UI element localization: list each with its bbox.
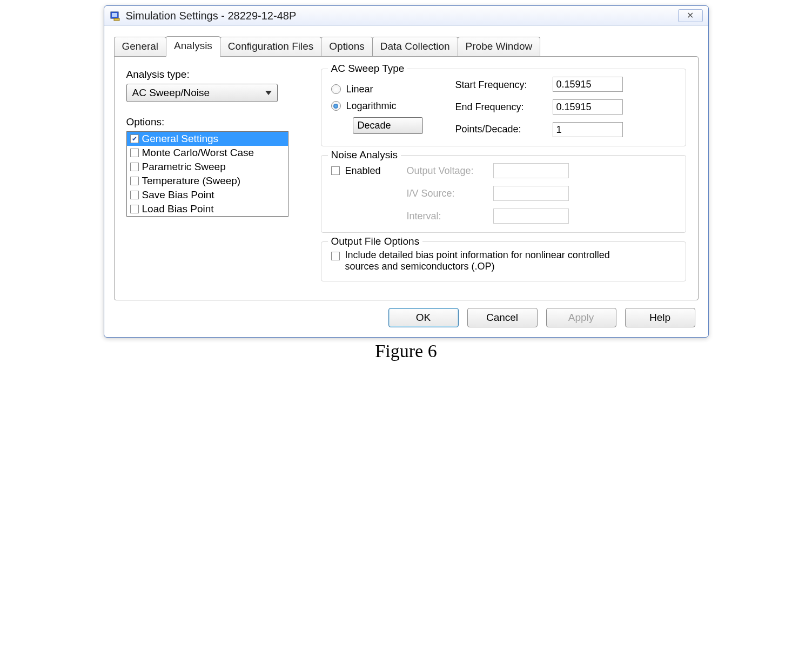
bias-label: Include detailed bias point information … — [345, 250, 626, 272]
analysis-type-combo[interactable]: AC Sweep/Noise — [126, 84, 278, 102]
option-monte-carlo[interactable]: Monte Carlo/Worst Case — [127, 146, 288, 160]
figure-caption: Figure 6 — [0, 341, 812, 361]
options-label: Options: — [126, 116, 305, 128]
option-general-settings[interactable]: ✔ General Settings — [127, 132, 288, 146]
bias-checkbox[interactable] — [331, 252, 340, 260]
checkbox-icon[interactable] — [130, 191, 139, 199]
interval-label: Interval: — [407, 211, 493, 222]
chevron-down-icon — [265, 91, 272, 95]
output-voltage-label: Output Voltage: — [407, 165, 493, 177]
options-listbox[interactable]: ✔ General Settings Monte Carlo/Worst Cas… — [126, 131, 288, 217]
tab-configuration-files[interactable]: Configuration Files — [220, 37, 321, 57]
client-area: General Analysis Configuration Files Opt… — [104, 26, 708, 337]
apply-button: Apply — [546, 308, 616, 327]
analysis-type-label: Analysis type: — [126, 69, 305, 80]
option-parametric-sweep[interactable]: Parametric Sweep — [127, 160, 288, 174]
dialog-buttons: OK Cancel Apply Help — [114, 300, 699, 330]
points-input[interactable] — [553, 122, 623, 137]
checkbox-icon[interactable] — [130, 163, 139, 171]
ac-sweep-group: AC Sweep Type Linear Logarithmic — [321, 69, 686, 146]
analysis-type-value: AC Sweep/Noise — [132, 87, 210, 99]
svg-rect-1 — [112, 13, 117, 17]
interval-input — [493, 209, 569, 224]
checkbox-icon[interactable] — [331, 166, 340, 175]
close-button[interactable]: ✕ — [678, 9, 703, 22]
window-title: Simulation Settings - 28229-12-48P — [126, 10, 678, 22]
tab-panel-analysis: Analysis type: AC Sweep/Noise Options: ✔… — [114, 56, 699, 300]
checkbox-icon[interactable] — [130, 205, 139, 213]
option-save-bias-point[interactable]: Save Bias Point — [127, 188, 288, 202]
tab-analysis[interactable]: Analysis — [166, 36, 220, 57]
checkbox-icon[interactable]: ✔ — [130, 135, 139, 143]
end-freq-label: End Frequency: — [455, 102, 553, 113]
help-button[interactable]: Help — [625, 308, 695, 327]
checkbox-icon[interactable] — [130, 149, 139, 157]
noise-enabled-checkbox[interactable]: Enabled — [331, 165, 407, 177]
start-freq-label: Start Frequency: — [455, 79, 553, 91]
output-file-options-group: Output File Options Include detailed bia… — [321, 241, 686, 281]
option-load-bias-point[interactable]: Load Bias Point — [127, 202, 288, 216]
iv-source-label: I/V Source: — [407, 188, 493, 199]
simulation-settings-dialog: Simulation Settings - 28229-12-48P ✕ Gen… — [104, 5, 709, 338]
noise-analysis-group: Noise Analysis Enabled Output Voltage: I… — [321, 155, 686, 233]
end-freq-input[interactable] — [553, 99, 623, 115]
radio-linear[interactable]: Linear — [331, 84, 455, 95]
outfile-legend: Output File Options — [328, 236, 423, 247]
titlebar: Simulation Settings - 28229-12-48P ✕ — [104, 6, 708, 26]
output-voltage-input — [493, 163, 569, 178]
checkbox-icon[interactable] — [130, 177, 139, 185]
radio-icon — [331, 101, 341, 111]
ok-button[interactable]: OK — [388, 308, 459, 327]
svg-rect-2 — [114, 18, 119, 21]
radio-logarithmic[interactable]: Logarithmic — [331, 100, 455, 112]
start-freq-input[interactable] — [553, 77, 623, 92]
noise-legend: Noise Analysis — [328, 149, 401, 161]
points-label: Points/Decade: — [455, 124, 553, 135]
iv-source-input — [493, 186, 569, 201]
radio-icon — [331, 84, 341, 94]
ac-sweep-legend: AC Sweep Type — [328, 63, 408, 75]
app-icon — [110, 10, 122, 22]
cancel-button[interactable]: Cancel — [467, 308, 538, 327]
tab-data-collection[interactable]: Data Collection — [372, 37, 458, 57]
option-temperature-sweep[interactable]: Temperature (Sweep) — [127, 174, 288, 188]
tab-options[interactable]: Options — [321, 37, 372, 57]
log-scale-combo[interactable]: Decade — [353, 117, 423, 134]
tab-probe-window[interactable]: Probe Window — [458, 37, 541, 57]
tabstrip: General Analysis Configuration Files Opt… — [114, 36, 699, 56]
tab-general[interactable]: General — [114, 37, 167, 57]
